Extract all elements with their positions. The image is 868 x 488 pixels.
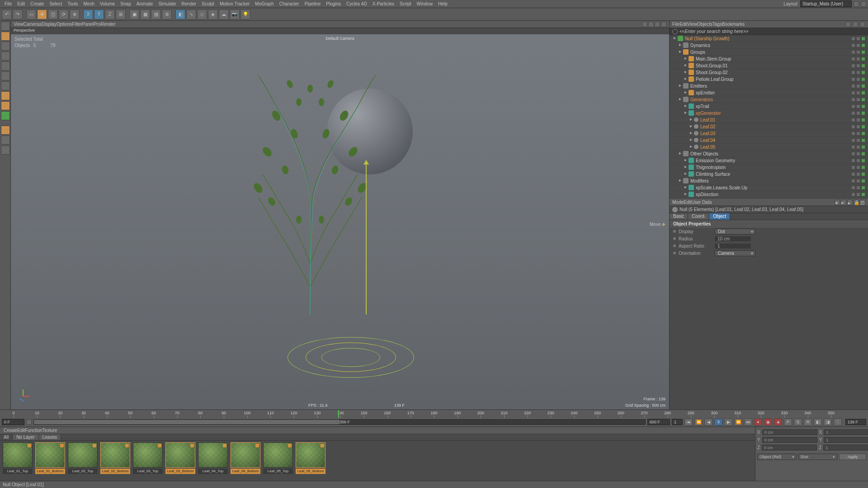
coord-apply-button[interactable]: Apply: [839, 454, 866, 460]
menu-panel[interactable]: Panel: [82, 22, 94, 27]
material-leaf_05_bottom[interactable]: Leaf_05_Bottom: [295, 442, 326, 479]
next-key-icon[interactable]: ⏩: [734, 418, 742, 426]
material-leaf_04_bottom[interactable]: Leaf_04_Bottom: [230, 442, 261, 479]
menu-user-data[interactable]: User Data: [691, 200, 712, 205]
tree-item-leaf-04[interactable]: ▸Leaf.04: [670, 137, 868, 144]
vp-nav-icon-1[interactable]: [642, 22, 647, 27]
spline-icon[interactable]: ∿: [186, 9, 196, 19]
tree-item-modifiers[interactable]: ▸Modifiers: [670, 178, 868, 184]
snap-icon[interactable]: [1, 111, 10, 120]
play-pause-icon[interactable]: ⏸: [714, 418, 722, 426]
am-new-icon[interactable]: ◫: [860, 200, 865, 205]
generator-icon[interactable]: ◇: [197, 9, 207, 19]
tab-coord[interactable]: Coord.: [688, 213, 709, 220]
playhead[interactable]: [338, 410, 339, 418]
camera-icon[interactable]: 📷: [230, 9, 240, 19]
menu-edit[interactable]: Edit: [684, 200, 691, 205]
tree-item-dynamics[interactable]: ▸Dynamics: [670, 42, 868, 49]
tree-item-other-objects[interactable]: ▸Other Objects: [670, 150, 868, 157]
select-icon[interactable]: ▭: [26, 9, 36, 19]
timeline-scrollbar[interactable]: 358 F: [33, 419, 646, 425]
vp-nav-icon-2[interactable]: [648, 22, 654, 27]
timeline-current-input[interactable]: [845, 419, 866, 425]
menu-motion-tracker[interactable]: Motion Tracker: [217, 0, 252, 7]
am-nav-fwd-icon[interactable]: ▸: [841, 200, 846, 205]
key-pos-icon[interactable]: P: [784, 418, 792, 426]
autokey-icon[interactable]: ◉: [764, 418, 772, 426]
menu-render[interactable]: Render: [179, 0, 199, 7]
render-settings-icon[interactable]: ⚙: [162, 9, 172, 19]
tweak-mode-icon[interactable]: [1, 91, 10, 100]
timeline-frame-input[interactable]: [672, 419, 683, 425]
radius-input[interactable]: 10 cm: [715, 236, 751, 241]
coord-z-input[interactable]: [762, 445, 817, 450]
menu-animate[interactable]: Animate: [134, 0, 156, 7]
material-leaf_01_top[interactable]: Leaf_01_Top: [2, 442, 33, 479]
render-region-icon[interactable]: ▨: [151, 9, 161, 19]
light-icon[interactable]: 💡: [241, 9, 250, 19]
tl-key-icon[interactable]: [26, 419, 32, 425]
tree-item-leaf-03[interactable]: ▸Leaf.03: [670, 130, 868, 137]
lastused-icon[interactable]: ⊕: [70, 9, 80, 19]
menu-file[interactable]: File: [672, 22, 679, 27]
tree-item-xpdirection[interactable]: ▸xpDirection: [670, 191, 868, 198]
menu-select[interactable]: Select: [47, 0, 65, 7]
key-opts-icon[interactable]: ⋮: [834, 418, 842, 426]
layout-icon-1[interactable]: [854, 1, 859, 7]
material-leaf_02_top[interactable]: Leaf_02_Top: [67, 442, 99, 479]
object-manager-tree[interactable]: ▸Null (Starship Growth)▸Dynamics▸Groups▸…: [670, 35, 868, 198]
redo-icon[interactable]: ↷: [13, 9, 23, 19]
menu-script[interactable]: Script: [397, 0, 414, 7]
material-grid[interactable]: Leaf_01_TopLeaf_01_BottomLeaf_02_TopLeaf…: [0, 441, 755, 481]
tree-item-xpemitter[interactable]: ▸xpEmitter: [670, 89, 868, 96]
menu-edit[interactable]: Edit: [14, 0, 28, 7]
tree-item-shoot-group-01[interactable]: ▸Shoot.Group.01: [670, 62, 868, 69]
texture-mode-icon[interactable]: [1, 81, 10, 90]
tree-item-emitters[interactable]: ▸Emitters: [670, 83, 868, 89]
menu-character[interactable]: Character: [277, 0, 302, 7]
prev-frame-icon[interactable]: ◀: [704, 418, 712, 426]
material-leaf_02_bottom[interactable]: Leaf_02_Bottom: [99, 442, 131, 479]
menu-create[interactable]: Create: [28, 0, 47, 7]
menu-objects[interactable]: Objects: [697, 22, 712, 27]
object-manager-search[interactable]: <<Enter your search string here>>: [670, 28, 868, 35]
menu-mesh[interactable]: Mesh: [81, 0, 97, 7]
axis-mode-icon[interactable]: [1, 42, 10, 51]
material-leaf_04_top[interactable]: Leaf_04_Top: [197, 442, 229, 479]
render-icon[interactable]: ▣: [129, 9, 139, 19]
aspect-input[interactable]: 1: [715, 244, 751, 249]
menu-bookmarks[interactable]: Bookmarks: [722, 22, 745, 27]
tree-item-null-starship-growth-[interactable]: ▸Null (Starship Growth): [670, 35, 868, 42]
cube-icon[interactable]: ◧: [175, 9, 185, 19]
menu-snap[interactable]: Snap: [118, 0, 133, 7]
menu-mode[interactable]: Mode: [672, 200, 684, 205]
timeline-ruler[interactable]: 0102030405060708090100110120130140150160…: [0, 410, 868, 418]
record-icon[interactable]: ●: [754, 418, 762, 426]
viewport-solo-icon[interactable]: [1, 126, 10, 135]
key-scale-icon[interactable]: S: [794, 418, 802, 426]
undo-icon[interactable]: ↶: [2, 9, 12, 19]
material-leaf_03_top[interactable]: Leaf_03_Top: [132, 442, 164, 479]
menu-pipeline[interactable]: Pipeline: [302, 0, 324, 7]
next-frame-icon[interactable]: ▶: [724, 418, 732, 426]
workplane-icon[interactable]: [1, 101, 10, 110]
tree-item-xpgenerator[interactable]: ▸xpGenerator: [670, 110, 868, 117]
misc-icon[interactable]: [1, 145, 10, 155]
coord-size-dropdown[interactable]: Size: [798, 454, 838, 460]
coord-mode-dropdown[interactable]: Object (Rel): [757, 454, 797, 460]
menu-cycles-4d[interactable]: Cycles 4D: [344, 0, 370, 7]
material-leaf_03_bottom[interactable]: Leaf_03_Bottom: [165, 442, 196, 479]
menu-window[interactable]: Window: [414, 0, 436, 7]
tree-item-generators[interactable]: ▸Generators: [670, 96, 868, 103]
tree-item-emission-geometry[interactable]: ▸Emission Geometry: [670, 157, 868, 164]
menu-create[interactable]: Create: [4, 428, 17, 433]
menu-x-particles[interactable]: X-Particles: [370, 0, 397, 7]
tree-item-groups[interactable]: ▸Groups: [670, 49, 868, 56]
menu-mograph[interactable]: MoGraph: [252, 0, 277, 7]
object-mode-icon[interactable]: [1, 32, 10, 41]
tab-basic[interactable]: Basic: [670, 213, 688, 220]
tree-item-petiole-leaf-group[interactable]: ▸Petiole.Leaf.Group: [670, 76, 868, 83]
coord-y-input[interactable]: [762, 437, 817, 443]
menu-prorender[interactable]: ProRender: [94, 22, 115, 27]
menu-edit[interactable]: Edit: [679, 22, 687, 27]
